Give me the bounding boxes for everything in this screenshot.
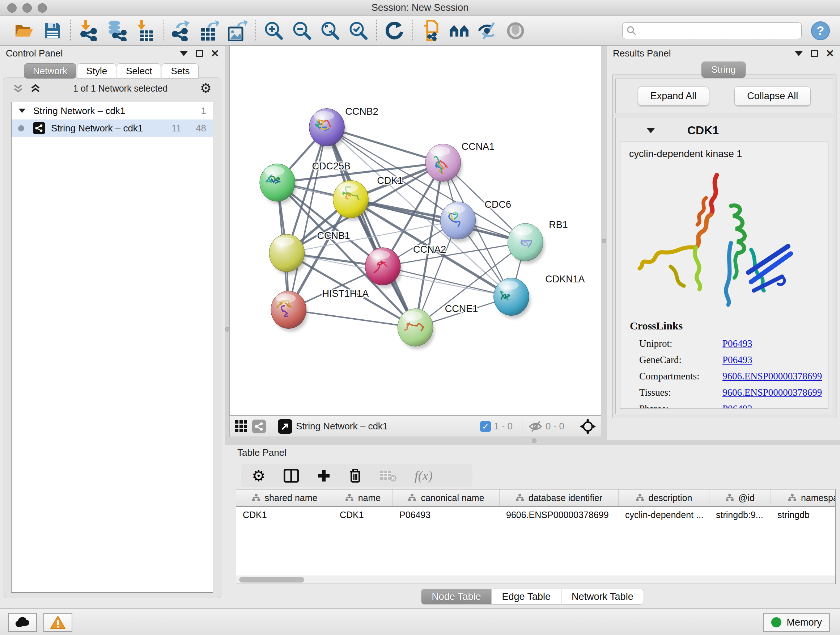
delete-column-icon[interactable]: [349, 468, 362, 483]
import-table-file-icon[interactable]: [131, 19, 159, 43]
panel-float-icon[interactable]: [811, 50, 818, 57]
node-CDK1[interactable]: [333, 180, 370, 221]
table-cell[interactable]: stringdb:9...: [709, 507, 771, 524]
panel-menu-icon[interactable]: [795, 51, 803, 56]
node-CCNA2[interactable]: [365, 248, 402, 288]
tab-sets[interactable]: Sets: [162, 63, 199, 79]
import-network-file-icon[interactable]: [74, 19, 103, 43]
column-header-namespace[interactable]: namespace: [771, 489, 836, 506]
node-table[interactable]: shared namenamecanonical namedatabase id…: [236, 489, 836, 584]
network-row[interactable]: String Network – cdk1 11 48: [11, 119, 213, 137]
tab-select[interactable]: Select: [117, 63, 161, 79]
export-image-icon[interactable]: [224, 19, 252, 43]
window-minimize-icon[interactable]: [22, 3, 32, 13]
column-header-name[interactable]: name: [333, 489, 393, 506]
column-header-database-identifier[interactable]: database identifier: [500, 489, 619, 506]
collapse-all-button[interactable]: Collapse All: [734, 87, 811, 106]
tab-style[interactable]: Style: [77, 63, 116, 79]
column-header-shared-name[interactable]: shared name: [236, 489, 333, 506]
zoom-selected-icon[interactable]: [344, 19, 373, 43]
network-view-share-icon[interactable]: [252, 420, 266, 433]
save-session-icon[interactable]: [38, 19, 66, 43]
crosslink-link[interactable]: P06493: [722, 338, 752, 349]
collection-expand-icon[interactable]: [19, 109, 26, 113]
node-CDC25B[interactable]: [260, 164, 297, 204]
table-settings-gear-icon[interactable]: ⚙: [252, 467, 265, 485]
gray-eye-icon[interactable]: [501, 19, 530, 43]
network-view-toolbar: String Network – cdk1 ✓ 1 - 0 0 - 0: [229, 416, 601, 437]
zoom-fit-icon[interactable]: [316, 19, 344, 43]
refresh-layout-icon[interactable]: [381, 19, 409, 43]
table-cell[interactable]: P06493: [393, 507, 500, 524]
table-cell[interactable]: CDK1: [333, 507, 393, 524]
network-graph[interactable]: CCNB2CCNA1CDC25BCDK1CDC6RB1CCNB1CCNA2CDK…: [230, 46, 601, 415]
help-icon[interactable]: ?: [811, 21, 830, 40]
right-splitter[interactable]: [601, 46, 607, 440]
node-CDKN1A[interactable]: [494, 278, 531, 318]
birds-eye-view-icon[interactable]: [278, 419, 292, 434]
table-cell[interactable]: stringdb: [771, 507, 836, 524]
network-view-title: String Network – cdk1: [296, 421, 468, 432]
network-options-gear-icon[interactable]: ⚙: [200, 82, 212, 95]
column-header-description[interactable]: description: [619, 489, 709, 506]
import-network-database-icon[interactable]: [103, 19, 131, 43]
crosslink-link[interactable]: P06493: [722, 355, 752, 366]
table-horizontal-scrollbar[interactable]: [236, 576, 835, 584]
tab-string[interactable]: String: [701, 62, 745, 78]
network-canvas[interactable]: CCNB2CCNA1CDC25BCDK1CDC6RB1CCNB1CCNA2CDK…: [229, 46, 601, 416]
node-CCNB2[interactable]: [309, 109, 346, 149]
expand-all-networks-icon[interactable]: [30, 83, 41, 94]
export-table-icon[interactable]: [195, 19, 224, 43]
hide-glass-icon[interactable]: [473, 19, 501, 43]
window-zoom-icon[interactable]: [38, 3, 47, 13]
table-cell[interactable]: cyclin-dependent ...: [619, 507, 709, 524]
function-builder-icon[interactable]: f(x): [415, 468, 433, 483]
panel-close-icon[interactable]: ✕: [826, 50, 834, 57]
crosslink-link[interactable]: 9606.ENSP00000378699: [722, 371, 822, 382]
collapse-all-networks-icon[interactable]: [13, 83, 24, 94]
column-header--id[interactable]: @id: [709, 489, 771, 506]
tab-edge-table[interactable]: Edge Table: [491, 589, 561, 605]
delete-table-icon[interactable]: [380, 470, 396, 482]
node-RB1[interactable]: [508, 223, 545, 264]
crosslink-link[interactable]: P06493: [722, 403, 752, 409]
hidden-elements-icon[interactable]: [528, 421, 543, 432]
table-cell[interactable]: CDK1: [236, 507, 333, 524]
center-view-icon[interactable]: [580, 418, 596, 434]
selected-nodes-checkbox-icon[interactable]: ✓: [480, 421, 491, 432]
crosslink-link[interactable]: 9606.ENSP00000378699: [722, 387, 822, 398]
table-row[interactable]: CDK1CDK1P064939606.ENSP00000378699cyclin…: [236, 507, 835, 524]
panel-float-icon[interactable]: [196, 50, 203, 57]
scrollbar-thumb[interactable]: [239, 577, 304, 583]
panel-close-icon[interactable]: ✕: [211, 50, 219, 57]
zoom-in-icon[interactable]: [260, 19, 288, 43]
node-CCNE1[interactable]: [398, 309, 434, 349]
node-CCNA1[interactable]: [425, 144, 462, 184]
table-cell[interactable]: 9606.ENSP00000378699: [500, 507, 619, 524]
expand-all-button[interactable]: Expand All: [638, 87, 709, 106]
grid-view-icon[interactable]: [235, 420, 248, 433]
node-HIST1H1A[interactable]: [271, 291, 308, 332]
cloud-button[interactable]: [8, 613, 37, 632]
gene-section-collapse-icon[interactable]: [647, 128, 655, 133]
tab-network-table[interactable]: Network Table: [561, 589, 644, 605]
warnings-button[interactable]: [43, 613, 73, 632]
network-collection-row[interactable]: String Network – cdk1 1: [11, 102, 213, 119]
export-network-icon[interactable]: [167, 19, 195, 43]
open-session-icon[interactable]: [10, 19, 38, 43]
edge-CCNA2-CDKN1A[interactable]: [383, 266, 511, 297]
zoom-out-icon[interactable]: [288, 19, 316, 43]
search-field[interactable]: [622, 22, 802, 39]
add-column-icon[interactable]: [317, 469, 331, 483]
column-header-canonical-name[interactable]: canonical name: [393, 489, 500, 506]
memory-button[interactable]: Memory: [763, 613, 830, 632]
window-title: Session: New Session: [371, 2, 469, 13]
tab-network[interactable]: Network: [24, 63, 76, 79]
show-columns-icon[interactable]: [284, 469, 299, 483]
search-input[interactable]: [639, 26, 797, 36]
tab-node-table[interactable]: Node Table: [421, 589, 491, 605]
panel-menu-icon[interactable]: [180, 51, 188, 56]
copy-network-icon[interactable]: [417, 19, 445, 43]
string-home-icon[interactable]: [445, 19, 473, 43]
window-close-icon[interactable]: [7, 3, 17, 13]
